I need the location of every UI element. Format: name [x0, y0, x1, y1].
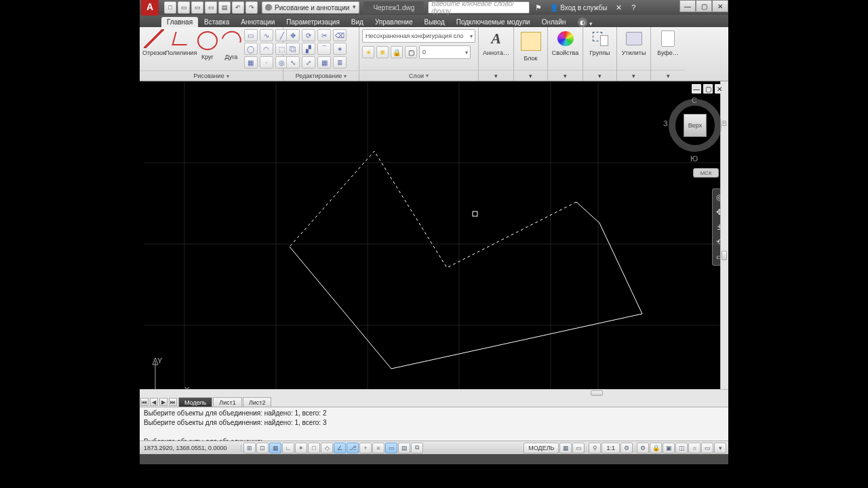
layer-lock-icon[interactable]: 🔒 [391, 46, 403, 58]
sb-polar[interactable]: ✶ [295, 443, 307, 453]
command-line[interactable]: Выберите объекты для объединения: найден… [140, 407, 728, 441]
tab-expand-icon[interactable]: ◐ [578, 18, 587, 27]
tool-arc[interactable]: Дуга [220, 29, 242, 60]
panel-block-expand[interactable]: ▾ [514, 70, 547, 81]
document-tab[interactable]: Чертеж1.dwg [363, 1, 424, 14]
infocenter-icon[interactable]: ⚑ [532, 1, 545, 14]
vp-maximize[interactable]: ▢ [703, 84, 713, 94]
tool-stretch[interactable]: ⤡ [286, 56, 300, 68]
sb-annovis[interactable]: ⚙ [620, 443, 633, 453]
tool-fillet[interactable]: ⌒ [317, 43, 331, 55]
tab-layout2[interactable]: Лист2 [243, 397, 272, 407]
tool-offset[interactable]: ≣ [333, 56, 347, 68]
tab-expand-arrow-icon[interactable]: ▾ [589, 20, 593, 27]
layer-state-dropdown[interactable]: Несохраненная конфигурация сло [362, 29, 475, 43]
qat-saveall[interactable]: ▭ [205, 1, 217, 14]
tool-utilities[interactable]: Утилиты [620, 29, 648, 56]
tab-model[interactable]: Модель [178, 397, 212, 407]
status-coordinates[interactable]: 1873.2920, 1368.0551, 0.0000 [140, 445, 241, 451]
tool-text[interactable]: AАннота… [483, 29, 510, 56]
sb-infer[interactable]: ⊞ [243, 443, 256, 453]
tabs-prev[interactable]: ◀ [150, 398, 158, 406]
tabs-first[interactable]: ⏮ [140, 398, 149, 406]
sb-tpy[interactable]: ▭ [385, 443, 397, 453]
tool-scale[interactable]: ⤢ [302, 56, 315, 68]
sb-dyn[interactable]: + [359, 443, 372, 453]
tool-properties[interactable]: Свойства [552, 29, 579, 56]
exchange-icon[interactable]: ✕ [612, 1, 625, 14]
tool-clipboard[interactable]: Буфе… [654, 29, 682, 56]
sb-lock[interactable]: 🔒 [650, 443, 662, 453]
tool-rotate[interactable]: ⟳ [302, 29, 315, 41]
tool-block[interactable]: Блок [517, 29, 545, 62]
panel-props-expand[interactable]: ▾ [548, 70, 583, 81]
tool-erase[interactable]: ⌫ [333, 29, 347, 41]
app-menu-icon[interactable]: A [141, 0, 159, 16]
shape-solid[interactable] [290, 202, 642, 369]
maximize-button[interactable]: ▢ [696, 0, 712, 12]
tool-explode[interactable]: ✶ [333, 43, 347, 55]
sb-grid[interactable]: ▦ [269, 443, 281, 453]
sb-annoscale-icon[interactable]: ⚲ [589, 443, 601, 453]
tab-insert[interactable]: Вставка [199, 17, 235, 27]
qat-plot[interactable]: ▤ [218, 1, 231, 14]
viewcube-top-face[interactable]: Верх [684, 114, 707, 137]
tool-trim[interactable]: ✂ [317, 29, 331, 41]
sb-qp[interactable]: ▤ [398, 443, 410, 453]
sb-quickview[interactable]: ▭ [572, 443, 585, 453]
tab-plugins[interactable]: Подключаемые модули [451, 17, 536, 27]
tabs-next[interactable]: ▶ [159, 398, 167, 406]
layer-color-icon[interactable]: ▢ [405, 46, 417, 58]
panel-clip-expand[interactable]: ▾ [651, 70, 685, 81]
sb-otrack[interactable]: ∠ [334, 443, 346, 453]
workspace-dropdown[interactable]: Рисование и аннотации [262, 1, 359, 14]
horizontal-scrollbar[interactable] [140, 389, 728, 397]
tool-spline[interactable]: ∿ [260, 29, 273, 41]
tool-groups[interactable]: Группы [587, 29, 614, 56]
tab-manage[interactable]: Управление [370, 17, 418, 27]
tool-rectangle[interactable]: ▭ [244, 29, 258, 41]
layer-freeze-icon[interactable]: ❄ [376, 46, 389, 58]
tab-annotate[interactable]: Аннотации [235, 17, 280, 27]
drawing-area[interactable]: — ▢ ✕ [140, 81, 728, 407]
viewcube[interactable]: Верх С Ю З В [669, 99, 722, 152]
qat-undo[interactable]: ↶ [232, 1, 244, 14]
tool-ellarc[interactable]: ◠ [260, 43, 273, 55]
sb-space[interactable]: МОДЕЛЬ [524, 443, 559, 453]
sb-3dosnap[interactable]: ◇ [321, 443, 333, 453]
tool-move[interactable]: ✥ [286, 29, 300, 41]
sb-sc[interactable]: ⧉ [411, 443, 423, 453]
tool-point[interactable]: · [260, 56, 273, 68]
viewcube-south[interactable]: Ю [690, 155, 698, 163]
sb-osnap[interactable]: □ [308, 443, 320, 453]
sb-obj[interactable]: ☼ [688, 443, 701, 453]
tab-home[interactable]: Главная [161, 17, 198, 27]
tool-mirror[interactable]: ▞ [302, 43, 315, 55]
viewcube-north[interactable]: С [692, 96, 697, 104]
qat-new[interactable]: □ [164, 1, 176, 14]
tool-circle[interactable]: Круг [197, 29, 218, 60]
signin-button[interactable]: 👤Вход в службы [547, 4, 610, 12]
tool-ellipse[interactable]: ◯ [244, 43, 258, 55]
vp-minimize[interactable]: — [692, 84, 701, 94]
tabs-last[interactable]: ⏭ [169, 398, 177, 406]
tab-output[interactable]: Вывод [419, 17, 450, 27]
sb-iso[interactable]: ◫ [675, 443, 688, 453]
tool-line[interactable]: Отрезок [142, 29, 165, 56]
qat-save[interactable]: ▭ [191, 1, 203, 14]
close-button[interactable]: ✕ [712, 0, 728, 12]
tab-parametric[interactable]: Параметризация [281, 17, 345, 27]
vp-close[interactable]: ✕ [715, 84, 724, 94]
sb-ws[interactable]: ⚙ [637, 443, 649, 453]
qat-open[interactable]: ▭ [178, 1, 190, 14]
tab-layout1[interactable]: Лист1 [213, 397, 242, 407]
sb-layout-grid[interactable]: ▦ [559, 443, 572, 453]
panel-layers-title[interactable]: Слои [359, 70, 478, 81]
sb-cust[interactable]: ▾ [714, 443, 726, 453]
sb-hw[interactable]: ▣ [663, 443, 675, 453]
panel-modify-title[interactable]: Редактирование [283, 70, 359, 81]
tool-hatch[interactable]: ▦ [244, 56, 258, 68]
panel-annot-expand[interactable]: ▾ [479, 70, 513, 81]
sb-lwt[interactable]: ≡ [372, 443, 384, 453]
viewcube-west[interactable]: З [663, 119, 668, 127]
